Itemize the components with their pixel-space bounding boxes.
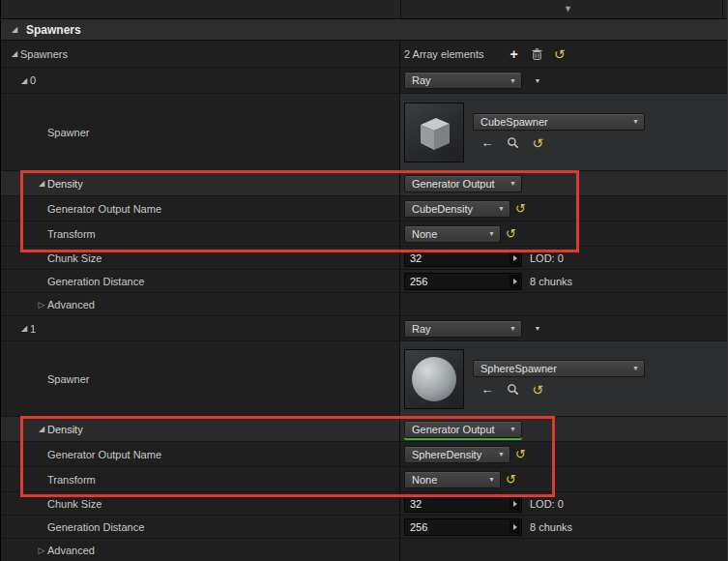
trash-icon xyxy=(532,48,542,60)
element-index-label: 1 xyxy=(30,323,36,335)
sphere-icon xyxy=(412,357,456,401)
chunk-size-input[interactable] xyxy=(405,252,498,264)
spawner-asset-combobox[interactable]: CubeSpawner ▼ xyxy=(473,113,645,131)
browse-to-asset-button[interactable] xyxy=(504,134,521,152)
element-options-button[interactable]: ▼ xyxy=(527,72,542,89)
reset-to-default-button[interactable]: ↺ xyxy=(551,45,568,63)
density-label: Density xyxy=(47,424,83,435)
generation-distance-row: Generation Distance 8 chunks xyxy=(1,270,727,293)
density-category-row: ◢ Density Generator Output ▼ xyxy=(1,417,727,442)
transform-combobox[interactable]: None ▼ xyxy=(404,471,501,488)
density-label: Density xyxy=(47,178,83,190)
expander-open-icon[interactable]: ◢ xyxy=(36,179,47,188)
chevron-down-icon[interactable]: ▼ xyxy=(564,4,572,14)
chevron-down-icon: ▼ xyxy=(632,365,639,371)
density-mode-combobox[interactable]: Generator Output ▼ xyxy=(404,421,522,438)
generator-output-name-row: Generator Output Name SphereDensity ▼ ↺ xyxy=(1,442,727,467)
chevron-down-icon: ▼ xyxy=(488,476,495,483)
spawner-type-combobox[interactable]: Ray ▼ xyxy=(404,320,522,338)
add-element-button[interactable]: + xyxy=(506,45,523,63)
transform-label: Transform xyxy=(1,228,96,240)
chunk-size-label: Chunk Size xyxy=(1,252,102,264)
spawner-asset-combobox[interactable]: SphereSpawner ▼ xyxy=(473,360,645,377)
right-divider xyxy=(722,0,723,18)
expander-open-icon[interactable]: ◢ xyxy=(18,76,30,85)
generator-output-name-value: SphereDensity xyxy=(412,449,481,460)
expander-closed-icon[interactable]: ▷ xyxy=(36,300,47,310)
chunk-size-row: Chunk Size LOD: 0 xyxy=(1,247,727,270)
spin-arrow-icon[interactable] xyxy=(510,497,520,511)
element-options-button[interactable]: ▼ xyxy=(527,320,542,338)
magnifier-icon xyxy=(507,383,519,396)
spin-arrow-icon[interactable] xyxy=(510,520,520,534)
generation-distance-input[interactable] xyxy=(405,521,498,533)
chevron-down-icon: ▼ xyxy=(510,180,516,187)
transform-row: Transform None ▼ ↺ xyxy=(1,221,727,247)
category-header-spawners[interactable]: ◢ Spawners xyxy=(1,19,727,41)
array-property-row: ◢ Spawners 2 Array elements + ↺ xyxy=(1,41,727,68)
advanced-row: ▷ Advanced xyxy=(1,539,727,561)
generation-distance-input[interactable] xyxy=(405,276,498,287)
array-element-row: ◢ 1 Ray ▼ ▼ xyxy=(1,316,727,341)
chevron-down-icon: ▼ xyxy=(632,118,639,125)
use-selected-button[interactable]: ← xyxy=(479,134,496,152)
expander-open-icon[interactable]: ◢ xyxy=(9,49,20,58)
chevron-down-icon: ▼ xyxy=(510,426,516,432)
chunks-info: 8 chunks xyxy=(530,276,572,287)
spawner-property-row: Spawner CubeSpawner ▼ ← xyxy=(1,94,727,171)
magnifier-icon xyxy=(507,136,519,149)
chevron-down-icon: ▼ xyxy=(535,77,541,84)
array-element-row: ◢ 0 Ray ▼ ▼ xyxy=(1,68,727,94)
transform-row: Transform None ▼ ↺ xyxy=(1,467,727,492)
density-category-row: ◢ Density Generator Output ▼ xyxy=(1,171,727,196)
cube-icon xyxy=(411,109,457,156)
expander-open-icon[interactable]: ◢ xyxy=(9,25,20,34)
reset-button[interactable]: ↺ xyxy=(515,202,526,215)
density-mode-value: Generator Output xyxy=(412,178,495,190)
reset-button[interactable]: ↺ xyxy=(529,381,546,399)
generation-distance-row: Generation Distance 8 chunks xyxy=(1,516,727,539)
chevron-down-icon: ▼ xyxy=(535,325,541,332)
cube-asset-thumbnail[interactable] xyxy=(404,103,464,162)
expander-closed-icon[interactable]: ▷ xyxy=(36,546,47,555)
advanced-label: Advanced xyxy=(47,545,95,556)
browse-to-asset-button[interactable] xyxy=(504,381,521,399)
transform-value: None xyxy=(412,474,437,486)
chunk-size-field xyxy=(404,250,522,267)
reset-button[interactable]: ↺ xyxy=(506,227,516,240)
generator-output-name-combobox[interactable]: SphereDensity ▼ xyxy=(404,446,510,463)
generation-distance-field xyxy=(404,518,522,536)
generator-output-name-label: Generator Output Name xyxy=(1,449,161,460)
spawner-type-combobox[interactable]: Ray ▼ xyxy=(404,72,522,89)
delete-elements-button[interactable] xyxy=(529,45,546,63)
use-selected-button[interactable]: ← xyxy=(479,381,496,399)
chevron-down-icon: ▼ xyxy=(488,230,495,237)
generation-distance-label: Generation Distance xyxy=(1,521,144,533)
transform-value: None xyxy=(412,228,437,240)
reset-button[interactable]: ↺ xyxy=(529,134,546,152)
column-splitter[interactable] xyxy=(400,0,401,18)
chunk-size-input[interactable] xyxy=(405,498,498,510)
generator-output-name-combobox[interactable]: CubeDensity ▼ xyxy=(404,200,510,218)
element-index-label: 0 xyxy=(30,74,36,86)
expander-open-icon[interactable]: ◢ xyxy=(36,425,47,433)
panel-top-bar: ▼ xyxy=(1,0,727,19)
spin-arrow-icon[interactable] xyxy=(510,275,520,288)
sphere-asset-thumbnail[interactable] xyxy=(404,349,464,409)
chevron-down-icon: ▼ xyxy=(498,451,505,458)
lod-info: LOD: 0 xyxy=(530,498,564,510)
chunk-size-label: Chunk Size xyxy=(1,498,102,510)
reset-button[interactable]: ↺ xyxy=(515,448,526,460)
reset-button[interactable]: ↺ xyxy=(506,473,516,486)
generator-output-name-label: Generator Output Name xyxy=(1,203,161,215)
category-title: Spawners xyxy=(26,23,81,37)
transform-label: Transform xyxy=(1,474,96,486)
spin-arrow-icon[interactable] xyxy=(510,251,520,265)
density-mode-combobox[interactable]: Generator Output ▼ xyxy=(404,175,522,192)
expander-open-icon[interactable]: ◢ xyxy=(18,324,30,333)
transform-combobox[interactable]: None ▼ xyxy=(404,225,501,243)
chunk-size-field xyxy=(404,495,522,513)
array-label: Spawners xyxy=(20,48,68,60)
spawner-type-value: Ray xyxy=(412,323,431,335)
generator-output-name-value: CubeDensity xyxy=(412,203,473,215)
